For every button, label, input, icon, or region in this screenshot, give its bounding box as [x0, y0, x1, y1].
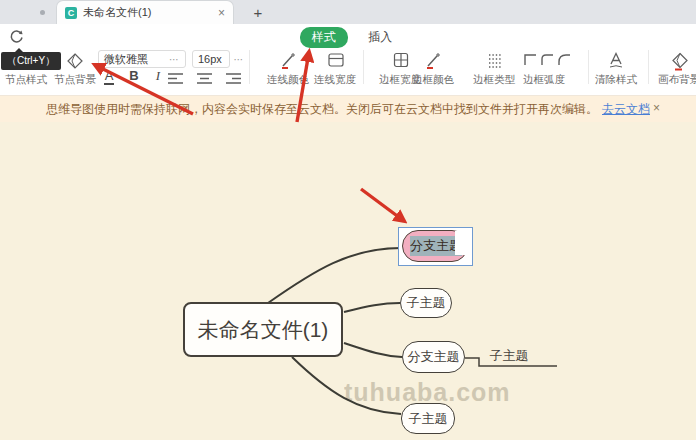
- underline-button[interactable]: A: [100, 68, 118, 83]
- font-family-more-icon: ⋯: [169, 54, 180, 65]
- mindmap-app-window: C 未命名文件(1) × + 样式 插入 节点样式 节点背景 微软雅黑 ⋯: [0, 0, 696, 440]
- font-size-select[interactable]: 16px: [192, 50, 230, 68]
- subtopic-node-top[interactable]: 子主题: [400, 288, 452, 318]
- root-node[interactable]: 未命名文件(1): [183, 302, 343, 357]
- cloud-notice-bar: 思维导图使用时需保持联网，内容会实时保存至云文档。关闭后可在云文档中找到文件并打…: [0, 96, 696, 122]
- goto-cloud-docs-link[interactable]: 去云文档: [602, 101, 650, 118]
- node-background-button[interactable]: 节点背景: [51, 73, 99, 87]
- line-width-button[interactable]: 连线宽度: [313, 73, 357, 87]
- border-color-button[interactable]: 边框颜色: [411, 73, 455, 87]
- tab-close-icon[interactable]: ×: [218, 6, 225, 20]
- italic-button[interactable]: I: [149, 68, 167, 84]
- border-type-button[interactable]: 边框类型: [472, 73, 516, 87]
- tab-insert[interactable]: 插入: [364, 27, 396, 48]
- font-size-more-button[interactable]: ⋯: [232, 50, 246, 68]
- more-icon: ⋯: [234, 54, 245, 65]
- browser-tab-bar: C 未命名文件(1) × +: [0, 0, 696, 24]
- tab-style[interactable]: 样式: [300, 27, 348, 48]
- toolbar: 样式 插入 节点样式 节点背景 微软雅黑 ⋯ 16px ⋯ A B I: [0, 24, 696, 96]
- selected-branch-node[interactable]: 分支主题: [398, 227, 473, 266]
- canvas-background-icon[interactable]: [670, 51, 690, 71]
- tab-title: 未命名文件(1): [83, 5, 212, 20]
- line-color-button[interactable]: 连线颜色: [266, 73, 310, 87]
- align-right-icon[interactable]: [225, 72, 242, 85]
- branch2-child-node[interactable]: 子主题: [486, 347, 532, 365]
- document-tab[interactable]: C 未命名文件(1) ×: [56, 0, 234, 24]
- tab-bar-dot: [40, 10, 45, 15]
- font-family-select[interactable]: 微软雅黑 ⋯: [98, 50, 186, 68]
- node-style-button[interactable]: 节点样式: [2, 73, 50, 87]
- line-color-icon[interactable]: [279, 51, 297, 71]
- branch-node-2[interactable]: 分支主题: [402, 341, 465, 373]
- bold-button[interactable]: B: [125, 68, 143, 83]
- text-edit-caret-area: [455, 231, 468, 255]
- clear-style-icon[interactable]: [607, 51, 625, 69]
- align-left-icon[interactable]: [167, 72, 184, 85]
- app-logo-icon: C: [65, 7, 77, 19]
- subtopic-node-bottom[interactable]: 子主题: [401, 403, 455, 434]
- new-tab-button[interactable]: +: [248, 2, 268, 22]
- notice-message: 思维导图使用时需保持联网，内容会实时保存至云文档。关闭后可在云文档中找到文件并打…: [46, 101, 598, 118]
- canvas-background-button[interactable]: 画布背景: [657, 73, 696, 87]
- align-center-icon[interactable]: [196, 72, 213, 85]
- notice-close-icon[interactable]: ×: [653, 101, 660, 115]
- border-type-icon[interactable]: [486, 51, 504, 69]
- font-family-value: 微软雅黑: [104, 52, 148, 67]
- border-radius-button[interactable]: 边框弧度: [522, 73, 566, 87]
- border-color-icon[interactable]: [424, 51, 442, 71]
- border-radius-icon[interactable]: [523, 53, 571, 66]
- font-size-value: 16px: [198, 53, 222, 65]
- node-background-icon[interactable]: [65, 51, 85, 71]
- border-width-icon[interactable]: [392, 51, 410, 69]
- line-width-icon[interactable]: [327, 51, 345, 69]
- redo-tooltip: （Ctrl+Y）: [1, 52, 61, 70]
- clear-style-button[interactable]: 清除样式: [594, 73, 638, 87]
